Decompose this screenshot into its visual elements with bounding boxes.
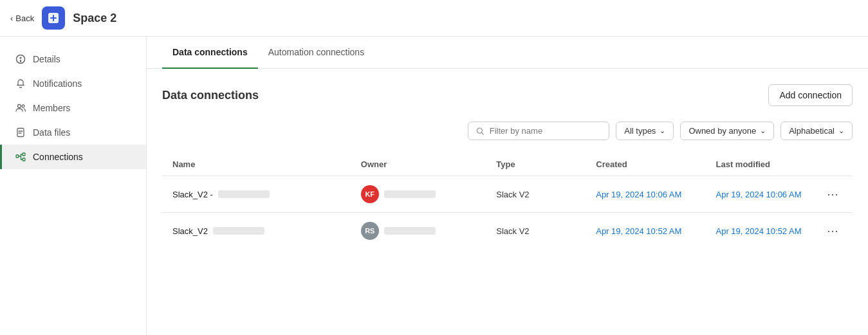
connection-type-0: Slack V2 [486, 176, 586, 213]
page-title: Data connections [162, 89, 259, 102]
add-connection-button[interactable]: Add connection [768, 84, 853, 106]
svg-point-2 [20, 57, 22, 59]
col-header-owner: Owner [351, 153, 486, 176]
sidebar-label-data-files: Data files [33, 127, 70, 138]
search-icon [476, 127, 485, 136]
row-actions-button-1[interactable]: ⋯ [823, 222, 842, 239]
owner-cell-0: KF [361, 185, 476, 203]
sort-dropdown[interactable]: Alphabetical ⌄ [780, 122, 853, 140]
type-filter-label: All types [624, 126, 656, 136]
owner-filter-dropdown[interactable]: Owned by anyone ⌄ [680, 122, 774, 140]
sidebar-label-details: Details [33, 54, 60, 64]
sidebar-item-notifications[interactable]: Notifications [0, 71, 146, 96]
users-icon [15, 102, 26, 114]
search-field[interactable] [468, 122, 609, 140]
owner-name-blur-0 [384, 190, 436, 198]
sort-chevron-icon: ⌄ [838, 127, 844, 135]
modified-date-0: Apr 19, 2024 10:06 AM [716, 190, 802, 199]
back-button[interactable]: ‹ Back [10, 14, 34, 23]
owner-name-blur-1 [384, 227, 436, 235]
sort-label: Alphabetical [789, 126, 835, 136]
tabs-bar: Data connections Automation connections [147, 37, 868, 69]
owner-cell-1: RS [361, 222, 476, 240]
name-blur-1 [213, 227, 264, 235]
connections-icon [15, 151, 26, 163]
owner-avatar-0: KF [361, 185, 379, 203]
sidebar-label-notifications: Notifications [33, 78, 82, 89]
table-row: Slack_V2 RS Slack V2 Apr 19, 2024 10:52 … [162, 213, 853, 249]
sidebar-item-data-files[interactable]: Data files [0, 120, 146, 145]
svg-point-4 [18, 105, 21, 108]
file-icon [15, 127, 26, 138]
modified-date-1: Apr 19, 2024 10:52 AM [716, 226, 802, 236]
name-blur-0 [218, 190, 270, 198]
col-header-actions [813, 153, 853, 176]
svg-rect-6 [17, 129, 24, 137]
table-row: Slack_V2 - KF Slack V2 Apr 19, 2024 10:0… [162, 176, 853, 213]
col-header-name: Name [162, 153, 351, 176]
col-header-created: Created [586, 153, 705, 176]
type-chevron-icon: ⌄ [660, 127, 665, 135]
tab-data-connections[interactable]: Data connections [162, 37, 258, 69]
owner-avatar-1: RS [361, 222, 379, 240]
connection-type-1: Slack V2 [486, 213, 586, 249]
main-content: Data connections Automation connections … [147, 37, 868, 335]
back-chevron-icon: ‹ [10, 14, 13, 23]
connection-name-1: Slack_V2 [172, 226, 208, 236]
space-title: Space 2 [73, 12, 116, 25]
sidebar: Details Notifications Members Data files [0, 37, 147, 335]
connection-name-0: Slack_V2 - [172, 190, 213, 199]
owner-filter-label: Owned by anyone [688, 126, 756, 136]
row-name-0: Slack_V2 - [172, 190, 340, 199]
svg-rect-3 [20, 60, 21, 62]
circle-icon [15, 53, 26, 65]
search-input[interactable] [490, 126, 601, 136]
col-header-modified: Last modified [706, 153, 813, 176]
svg-point-5 [22, 105, 24, 107]
back-label: Back [15, 14, 34, 23]
space-icon [42, 6, 65, 30]
sidebar-item-connections[interactable]: Connections [0, 145, 146, 169]
created-date-0: Apr 19, 2024 10:06 AM [596, 190, 681, 199]
connections-table: Name Owner Type Created Last modified Sl… [162, 153, 853, 249]
filters-bar: All types ⌄ Owned by anyone ⌄ Alphabetic… [162, 122, 853, 140]
type-filter-dropdown[interactable]: All types ⌄ [616, 122, 674, 140]
row-actions-button-0[interactable]: ⋯ [823, 186, 842, 203]
sidebar-label-connections: Connections [33, 152, 83, 162]
sidebar-label-members: Members [33, 103, 70, 113]
owner-chevron-icon: ⌄ [760, 127, 766, 135]
created-date-1: Apr 19, 2024 10:52 AM [596, 226, 681, 236]
bell-icon [15, 78, 26, 89]
tab-automation-connections[interactable]: Automation connections [258, 37, 374, 69]
col-header-type: Type [486, 153, 586, 176]
row-name-1: Slack_V2 [172, 226, 340, 236]
sidebar-item-members[interactable]: Members [0, 96, 146, 120]
sidebar-item-details[interactable]: Details [0, 47, 146, 71]
